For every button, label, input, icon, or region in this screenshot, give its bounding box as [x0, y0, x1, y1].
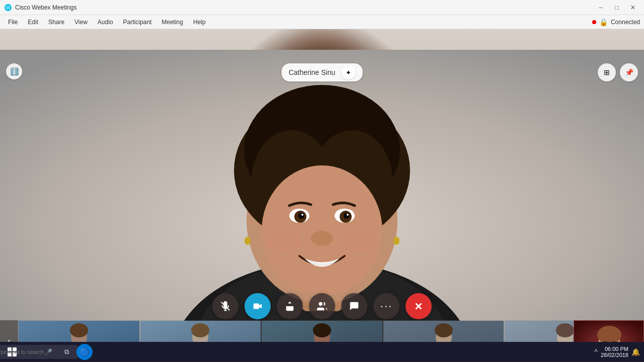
lock-icon: 🔒 — [599, 18, 608, 26]
end-call-icon — [413, 301, 424, 312]
search-area[interactable]: 🔍 — [22, 344, 38, 360]
expand-tray-icon[interactable]: ^ — [594, 348, 598, 356]
app-title: Cisco Webex Meetings — [15, 4, 77, 11]
status-dot — [592, 20, 596, 24]
share-button[interactable] — [277, 293, 303, 319]
connection-status-area: 🔒 Connected — [592, 18, 640, 26]
pin-button[interactable]: 📌 — [620, 63, 638, 81]
menu-file[interactable]: File — [4, 18, 22, 27]
svg-point-21 — [311, 231, 333, 246]
svg-point-38 — [191, 323, 209, 337]
task-view-icon: ⧉ — [64, 348, 69, 356]
taskbar-time-text: 06:00 PM — [601, 346, 628, 352]
mute-button[interactable] — [212, 293, 238, 319]
svg-point-18 — [344, 213, 350, 219]
pin-icon: 📌 — [625, 68, 633, 76]
svg-point-17 — [298, 213, 304, 219]
taskbar-clock: 06:00 PM 28/02/2018 — [601, 346, 628, 358]
system-tray-icons: ^ — [594, 348, 598, 356]
more-dots-icon: ··· — [380, 300, 392, 313]
svg-point-20 — [347, 214, 349, 216]
menu-view[interactable]: View — [70, 18, 92, 27]
info-button[interactable]: ℹ️ — [6, 63, 22, 79]
svg-point-34 — [70, 323, 88, 337]
grid-layout-button[interactable]: ⊞ — [598, 63, 616, 81]
info-icon: ℹ️ — [10, 67, 19, 75]
maximize-button[interactable]: □ — [610, 3, 624, 13]
title-bar: W Cisco Webex Meetings – □ ✕ — [0, 0, 644, 15]
chat-button[interactable] — [341, 293, 367, 319]
main-video-area: ℹ️ Catherine Sinu ✦ ⊞ 📌 — [0, 29, 644, 362]
grid-icon: ⊞ — [604, 68, 610, 76]
svg-text:W: W — [6, 5, 11, 11]
speaker-name-text: Catherine Sinu — [289, 68, 336, 76]
app-icon: W — [4, 4, 12, 12]
taskbar: 🔍 🎤 ⧉ 🔵 ^ 06:00 PM 28/02/2018 🔔 — [0, 342, 644, 362]
video-icon — [252, 301, 263, 312]
svg-point-42 — [313, 323, 331, 337]
menu-meeting[interactable]: Meeting — [157, 18, 187, 27]
end-call-button[interactable] — [406, 293, 432, 319]
mic-icon: 🎤 — [44, 348, 52, 356]
mic-taskbar-button[interactable]: 🎤 — [40, 344, 56, 360]
menu-share[interactable]: Share — [44, 18, 68, 27]
connection-status-text: Connected — [611, 19, 640, 26]
video-button[interactable] — [245, 293, 271, 319]
notification-icon[interactable]: 🔔 — [631, 348, 640, 356]
svg-point-25 — [393, 237, 399, 245]
taskbar-right-area: ^ 06:00 PM 28/02/2018 🔔 — [594, 346, 640, 358]
menu-bar: File Edit Share View Audio Participant M… — [0, 15, 644, 29]
svg-point-22 — [267, 231, 302, 251]
chat-icon — [349, 301, 360, 312]
star-button[interactable]: ✦ — [341, 65, 355, 79]
menu-edit[interactable]: Edit — [24, 18, 42, 27]
minimize-button[interactable]: – — [594, 3, 608, 13]
taskbar-date-text: 28/02/2018 — [601, 352, 628, 358]
star-icon: ✦ — [346, 69, 351, 76]
speaker-name-label: Catherine Sinu ✦ — [282, 63, 363, 81]
menu-help[interactable]: Help — [189, 18, 210, 27]
close-button[interactable]: ✕ — [626, 3, 640, 13]
svg-point-23 — [342, 231, 377, 251]
mic-icon — [220, 301, 231, 312]
svg-point-19 — [301, 214, 303, 216]
svg-point-56 — [597, 326, 621, 344]
cortana-icon: 🔵 — [79, 347, 90, 357]
svg-point-28 — [319, 302, 323, 306]
task-view-button[interactable]: ⧉ — [58, 344, 74, 360]
menu-participant[interactable]: Participant — [119, 18, 156, 27]
svg-point-46 — [435, 323, 453, 337]
share-icon — [284, 301, 295, 312]
menu-audio[interactable]: Audio — [94, 18, 117, 27]
top-right-controls: ⊞ 📌 — [598, 63, 638, 81]
more-button[interactable]: ··· — [373, 293, 399, 319]
svg-point-24 — [245, 237, 251, 245]
cortana-button[interactable]: 🔵 — [76, 344, 93, 360]
participants-icon — [316, 301, 328, 312]
svg-point-50 — [556, 323, 574, 337]
control-bar: ··· — [212, 293, 432, 319]
participants-button[interactable] — [309, 293, 335, 319]
